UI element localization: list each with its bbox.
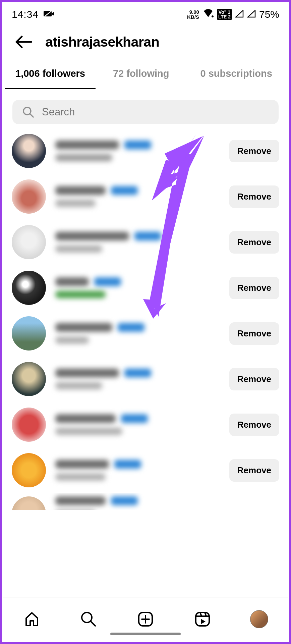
avatar-icon [250,610,268,628]
camera-off-icon [43,9,55,20]
user-info [55,141,220,161]
remove-button[interactable]: Remove [229,414,279,436]
svg-point-2 [212,15,214,17]
tab-subscriptions[interactable]: 0 subscriptions [186,59,286,89]
user-subtitle [55,382,102,389]
user-info [55,277,220,298]
nav-reels[interactable] [192,609,213,629]
username [55,496,106,505]
svg-point-3 [23,107,31,115]
user-info [55,323,220,344]
nav-home[interactable] [22,609,42,629]
user-info [55,496,279,510]
follow-link[interactable] [118,323,144,332]
search-wrap [2,89,289,128]
search-box[interactable] [12,100,279,124]
avatar[interactable] [12,225,46,259]
avatar[interactable] [12,453,46,487]
remove-button[interactable]: Remove [229,231,279,254]
avatar[interactable] [12,271,46,305]
followers-list[interactable]: RemoveRemoveRemoveRemoveRemoveRemoveRemo… [2,128,289,510]
follow-link[interactable] [121,414,148,423]
bottom-nav [3,597,288,641]
list-item[interactable]: Remove [2,219,289,265]
data-speed-icon: 9.00 KB/S [187,9,199,19]
user-subtitle [55,154,112,161]
follow-link[interactable] [94,277,121,286]
remove-button[interactable]: Remove [229,322,279,345]
remove-button[interactable]: Remove [229,277,279,299]
follow-link[interactable] [124,141,151,149]
svg-rect-12 [196,612,209,626]
search-icon [22,106,34,118]
user-info [55,186,220,207]
username [55,460,109,469]
gesture-bar [110,633,181,635]
list-item[interactable]: Remove [2,265,289,311]
username [55,141,119,149]
avatar[interactable] [12,496,46,510]
follow-link[interactable] [134,232,161,240]
follow-link[interactable] [124,369,151,377]
arrow-left-icon [14,35,32,49]
status-battery: 75% [259,9,279,20]
remove-button[interactable]: Remove [229,368,279,390]
nav-profile[interactable] [249,609,269,629]
avatar[interactable] [12,408,46,442]
list-item[interactable]: Remove [2,356,289,402]
follow-link[interactable] [114,460,141,469]
reels-icon [194,611,211,628]
list-item[interactable]: Remove [2,128,289,174]
list-item[interactable]: Remove [2,311,289,356]
signal-icon-1 [235,9,244,20]
avatar[interactable] [12,179,46,214]
username [55,414,116,423]
avatar[interactable] [12,362,46,396]
list-item[interactable]: Remove [2,447,289,493]
user-subtitle [55,336,89,344]
app-header: atishrajasekharan [2,25,289,59]
signal-icon-2 [247,9,256,20]
user-info [55,369,220,389]
follow-link[interactable] [111,186,138,195]
home-icon [23,611,40,628]
username [55,232,129,240]
svg-point-7 [82,612,92,623]
list-item[interactable]: Remove [2,402,289,447]
user-subtitle [55,473,106,481]
user-info [55,232,220,253]
page-title: atishrajasekharan [45,34,159,50]
svg-line-8 [91,622,95,626]
user-info [55,414,220,435]
username [55,277,89,286]
tab-following[interactable]: 72 following [96,59,186,89]
avatar[interactable] [12,316,46,351]
remove-button[interactable]: Remove [229,459,279,482]
plus-square-icon [137,611,154,628]
nav-search[interactable] [78,609,99,629]
svg-line-4 [30,114,33,117]
remove-button[interactable]: Remove [229,185,279,208]
user-subtitle [55,291,106,298]
search-input[interactable] [42,106,269,118]
username [55,323,112,332]
list-item[interactable]: Remove [2,174,289,219]
user-info [55,460,220,481]
tabs: 1,006 followers 72 following 0 subscript… [2,59,289,89]
user-subtitle [55,245,102,253]
username [55,186,106,195]
tab-followers[interactable]: 1,006 followers [5,59,96,89]
nav-create[interactable] [135,609,156,629]
status-bar: 14:34 9.00 KB/S Vo" 1 LTE 2 75% [2,2,289,25]
avatar[interactable] [12,134,46,168]
follow-link[interactable] [111,496,138,505]
list-item[interactable] [2,493,289,510]
search-icon [80,611,97,628]
remove-button[interactable]: Remove [229,140,279,162]
wifi-icon [202,9,214,20]
lte-icon: Vo" 1 LTE 2 [217,9,232,20]
user-subtitle [55,200,96,207]
username [55,369,119,377]
back-button[interactable] [14,33,32,51]
user-subtitle [55,428,122,435]
